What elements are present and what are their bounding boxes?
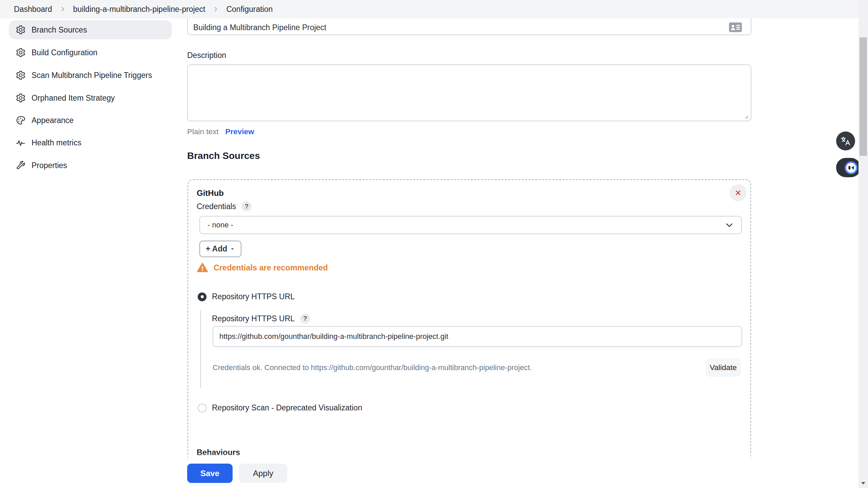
repository-scan-radio-row[interactable]: Repository Scan - Deprecated Visualizati… bbox=[198, 403, 362, 412]
radio-selected-icon[interactable] bbox=[198, 292, 206, 301]
gear-icon bbox=[16, 70, 26, 80]
caret-down-icon bbox=[230, 246, 235, 251]
sidebar-item-label: Properties bbox=[32, 161, 67, 170]
sidebar-item-health-metrics[interactable]: Health metrics bbox=[9, 133, 172, 152]
bottom-bar bbox=[0, 453, 868, 488]
breadcrumb: Dashboard building-a-multibranch-pipelin… bbox=[0, 0, 868, 18]
github-title: GitHub bbox=[197, 188, 224, 198]
sidebar-item-label: Branch Sources bbox=[32, 25, 87, 35]
sidebar-item-label: Appearance bbox=[32, 116, 74, 125]
plain-text-label: Plain text bbox=[187, 127, 219, 136]
apply-button[interactable]: Apply bbox=[239, 464, 287, 483]
robot-icon bbox=[844, 161, 858, 175]
pulse-icon bbox=[16, 138, 26, 148]
preview-link[interactable]: Preview bbox=[225, 127, 254, 136]
translate-icon bbox=[840, 135, 851, 147]
warning-text: Credentials are recommended bbox=[214, 263, 328, 272]
remove-source-button[interactable] bbox=[730, 184, 747, 201]
radio-unselected-icon[interactable] bbox=[198, 404, 206, 412]
credentials-selected-value: - none - bbox=[208, 221, 725, 229]
gear-icon bbox=[16, 93, 26, 103]
scrollbar-down-arrow[interactable] bbox=[859, 479, 868, 488]
scrollbar-thumb[interactable] bbox=[860, 37, 867, 156]
https-url-radio-label: Repository HTTPS URL bbox=[212, 292, 295, 301]
help-icon[interactable]: ? bbox=[241, 201, 252, 211]
chevron-right-icon bbox=[213, 6, 219, 12]
help-icon[interactable]: ? bbox=[300, 313, 310, 324]
sidebar-item-build-configuration[interactable]: Build Configuration bbox=[9, 43, 172, 62]
sidebar-item-scan-triggers[interactable]: Scan Multibranch Pipeline Triggers bbox=[9, 66, 172, 85]
wrench-icon bbox=[16, 160, 26, 170]
description-label: Description bbox=[187, 51, 226, 60]
branch-sources-heading: Branch Sources bbox=[187, 150, 260, 161]
credentials-label: Credentials bbox=[197, 202, 236, 211]
save-button-label: Save bbox=[200, 469, 219, 478]
chevron-right-icon bbox=[60, 6, 66, 12]
gear-icon bbox=[16, 47, 26, 58]
translate-fab-button[interactable] bbox=[836, 131, 855, 150]
sidebar-item-label: Orphaned Item Strategy bbox=[32, 94, 115, 103]
https-url-radio-row[interactable]: Repository HTTPS URL bbox=[198, 292, 295, 301]
add-button-label: + Add bbox=[206, 244, 228, 253]
warning-triangle-icon bbox=[197, 262, 208, 273]
repository-scan-radio-label: Repository Scan - Deprecated Visualizati… bbox=[212, 403, 362, 412]
breadcrumb-dashboard[interactable]: Dashboard bbox=[14, 5, 52, 14]
apply-button-label: Apply bbox=[253, 469, 273, 478]
sidebar-item-label: Health metrics bbox=[32, 138, 81, 147]
validation-message: Credentials ok. Connected to https://git… bbox=[213, 363, 532, 372]
validate-button-label: Validate bbox=[710, 363, 737, 372]
close-icon bbox=[734, 188, 743, 197]
chevron-down-icon bbox=[725, 221, 734, 229]
breadcrumb-project[interactable]: building-a-multibranch-pipeline-project bbox=[73, 5, 205, 14]
credentials-select[interactable]: - none - bbox=[199, 216, 742, 234]
sidebar-item-appearance[interactable]: Appearance bbox=[9, 111, 172, 130]
repository-url-input[interactable] bbox=[213, 326, 742, 347]
gear-icon bbox=[16, 25, 26, 35]
validate-button[interactable]: Validate bbox=[706, 359, 741, 377]
sidebar-item-label: Build Configuration bbox=[32, 48, 97, 57]
breadcrumb-configuration[interactable]: Configuration bbox=[226, 5, 273, 14]
save-button[interactable]: Save bbox=[187, 464, 233, 483]
sidebar-item-branch-sources[interactable]: Branch Sources bbox=[9, 20, 172, 39]
add-credentials-button[interactable]: + Add bbox=[199, 241, 241, 257]
sidebar-item-label: Scan Multibranch Pipeline Triggers bbox=[32, 71, 152, 80]
assistant-fab-button[interactable] bbox=[836, 158, 861, 177]
repository-url-label: Repository HTTPS URL bbox=[212, 314, 295, 323]
sidebar-item-properties[interactable]: Properties bbox=[9, 156, 172, 175]
indent-divider bbox=[200, 310, 201, 388]
palette-icon bbox=[16, 115, 26, 125]
credentials-warning: Credentials are recommended bbox=[197, 262, 328, 273]
sidebar-item-orphaned-item-strategy[interactable]: Orphaned Item Strategy bbox=[9, 88, 172, 107]
description-textarea[interactable] bbox=[187, 64, 751, 121]
id-card-icon bbox=[729, 22, 742, 34]
